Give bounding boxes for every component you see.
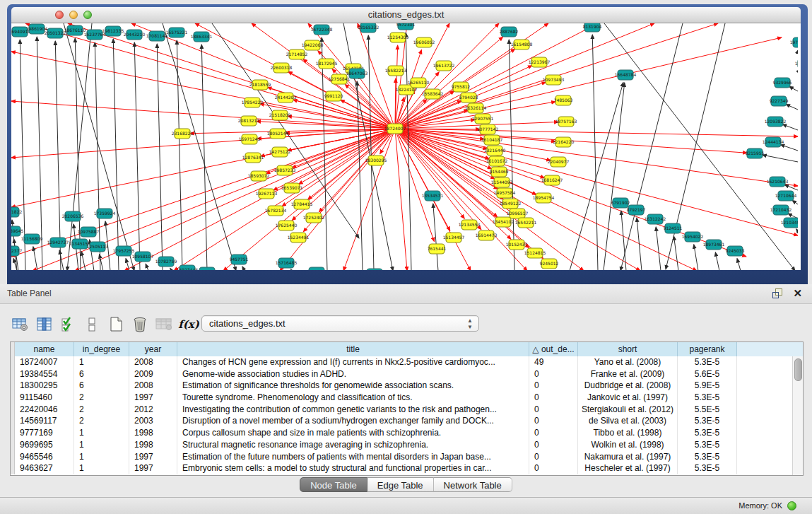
graph-edge[interactable] [126,259,129,270]
graph-node[interactable]: 12942737 [47,238,69,247]
graph-node[interactable]: 9755812 [452,82,471,92]
column-header-pagerank[interactable]: pagerank [678,342,737,356]
graph-node[interactable]: 10152437 [506,240,528,250]
show-columns-icon[interactable] [34,315,55,334]
graph-edge[interactable] [782,124,798,130]
graph-node[interactable]: 16312242 [645,214,666,224]
graph-edge[interactable] [570,83,623,270]
graph-edge[interactable] [796,229,798,231]
graph-node[interactable]: 13216440 [484,146,506,156]
graph-node[interactable]: 21818559 [249,80,271,90]
network-canvas[interactable]: 1872400721818559178542222081321116971245… [11,23,801,270]
vertical-scrollbar[interactable] [792,356,803,475]
column-header-out_de[interactable]: △ out_de... [529,342,578,356]
graph-node[interactable]: 9245012 [540,259,559,269]
tab-node-table[interactable]: Node Table [300,477,367,492]
graph-node[interactable]: 16210643 [767,177,789,187]
graph-node[interactable]: 12164220 [553,137,575,147]
graph-edge[interactable] [395,37,782,129]
graph-node[interactable]: 21714852 [286,49,308,59]
graph-edge[interactable] [637,218,642,270]
graph-node[interactable]: 6791902 [611,198,630,208]
graph-node[interactable]: 6794028 [459,93,478,103]
graph-node[interactable]: 17854222 [242,98,264,107]
graph-node[interactable]: 18300295 [365,156,387,165]
graph-node[interactable]: 15124815 [524,248,546,258]
graph-node[interactable]: 16971245 [239,134,261,144]
graph-node[interactable]: 13454102 [493,217,514,227]
graph-node[interactable]: 8131904 [583,23,602,32]
function-builder-icon[interactable]: f(x) [178,315,199,334]
graph-node[interactable]: 11254309 [387,33,409,42]
graph-node[interactable]: 10782759 [155,257,177,267]
graph-node[interactable]: 18863341 [191,32,213,42]
graph-node[interactable]: 12033448 [196,267,218,270]
graph-node[interactable]: 15582213 [385,66,407,76]
graph-node[interactable]: 16575221 [166,28,188,37]
graph-edge[interactable] [358,75,395,129]
graph-node[interactable]: 19422068 [302,40,324,50]
graph-node[interactable]: 18052144 [267,129,289,139]
graph-node[interactable]: 18647063 [346,69,368,78]
graph-node[interactable]: 22600318 [271,63,293,73]
graph-node[interactable]: 15234491 [288,233,310,243]
graph-node[interactable]: 12134553 [459,220,481,230]
network-window-titlebar[interactable]: citations_edges.txt [11,7,801,23]
graph-node[interactable]: 15583642 [422,89,444,99]
graph-node[interactable]: 20206536 [62,211,84,221]
graph-node[interactable]: 20813211 [238,116,260,126]
table-row[interactable]: 911546021997Tourette syndrome. Phenomeno… [11,392,792,404]
graph-edge[interactable] [715,252,719,270]
scrollbar-thumb[interactable] [794,358,802,381]
graph-node[interactable]: 16101672 [486,156,508,166]
graph-node[interactable]: 12505113 [87,242,109,252]
new-column-icon[interactable] [106,315,127,334]
graph-node[interactable]: 17081144 [146,31,168,41]
graph-node[interactable]: 17625440 [276,221,298,230]
graph-node[interactable]: 9329966 [773,78,792,88]
graph-edge[interactable] [343,23,393,270]
graph-edge[interactable] [146,264,148,270]
graph-node[interactable]: 16782134 [265,206,287,216]
column-header-title[interactable]: title [177,342,529,356]
table-select-dropdown[interactable]: citations_edges.txt ▲▼ [201,315,479,332]
graph-node[interactable]: 19139645 [11,226,23,236]
graph-edge[interactable] [604,83,625,270]
table-row[interactable]: 969969511998Structural magnetic resonanc… [11,439,792,451]
graph-node[interactable]: 16648784 [615,70,637,80]
graph-node[interactable]: 18954754 [533,193,555,203]
table-row[interactable]: 1830029562008Estimation of significance … [11,380,792,392]
graph-node[interactable]: 16154808 [511,40,533,49]
graph-edge[interactable] [763,155,798,162]
graph-edge[interactable] [11,129,395,257]
graph-node[interactable]: 16914473 [476,230,498,240]
graph-node[interactable]: 19267113 [256,189,278,199]
graph-node[interactable]: 9124511 [664,223,683,233]
table-mode-icon[interactable] [10,315,31,334]
graph-node[interactable]: 15975104 [795,59,798,69]
graph-node[interactable]: 14275122 [269,147,291,157]
column-header-name[interactable]: name [15,342,74,356]
graph-node[interactable]: 19613722 [433,61,455,71]
graph-node[interactable]: 12103455 [781,218,798,228]
graph-node[interactable]: 8215955 [746,148,765,158]
graph-node[interactable]: 12784415 [291,199,313,209]
graph-node[interactable]: 18676110 [64,25,86,35]
graph-node[interactable]: 15722348 [311,25,333,35]
column-header-in_degree[interactable]: in_degree [74,342,129,356]
graph-node[interactable]: 16326114 [465,103,487,113]
graph-node[interactable]: 18724007 [384,124,406,134]
graph-node[interactable]: 16924508 [306,267,328,270]
graph-node[interactable]: 5572301 [396,23,416,30]
graph-node[interactable]: 10958107 [132,252,154,262]
graph-node[interactable]: 13534571 [422,191,444,201]
table-row[interactable]: 2242004622012Investigating the contribut… [11,404,792,416]
graph-node[interactable]: 9154469 [490,167,509,177]
table-row[interactable]: 1872400712008Changes of HCN gene express… [11,356,792,368]
graph-edge[interactable] [395,129,492,169]
graph-edge[interactable] [694,245,698,270]
graph-node[interactable]: 10973493 [543,75,565,85]
select-all-icon[interactable] [58,315,79,334]
close-panel-icon[interactable]: ✕ [793,287,802,300]
graph-edge[interactable] [395,129,464,218]
